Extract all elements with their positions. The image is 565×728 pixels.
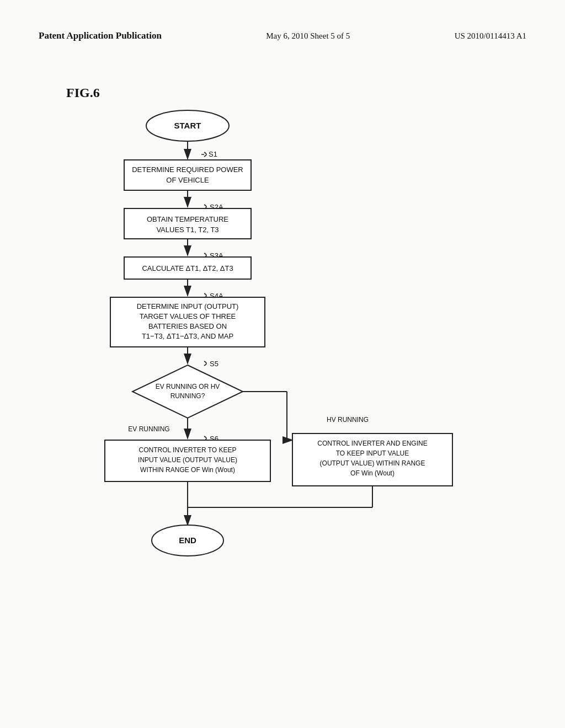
svg-text:TO KEEP INPUT VALUE: TO KEEP INPUT VALUE [336,449,409,457]
svg-text:TARGET VALUES OF THREE: TARGET VALUES OF THREE [140,312,236,320]
svg-text:CALCULATE ΔT1, ΔT2, ΔT3: CALCULATE ΔT1, ΔT2, ΔT3 [142,264,233,272]
svg-marker-26 [132,365,243,418]
svg-text:OBTAIN TEMPERATURE: OBTAIN TEMPERATURE [147,215,228,223]
publication-number: US 2010/0114413 A1 [455,31,526,41]
svg-text:START: START [174,121,201,130]
svg-text:VALUES T1, T2, T3: VALUES T1, T2, T3 [156,226,218,234]
figure-label: FIG.6 [66,85,100,100]
flowchart-svg: START S1 DETERMINE REQUIRED POWER OF VEH… [55,105,469,667]
publication-date-sheet: May 6, 2010 Sheet 5 of 5 [266,31,350,41]
svg-text:DETERMINE REQUIRED POWER: DETERMINE REQUIRED POWER [132,165,243,174]
svg-text:BATTERIES BASED ON: BATTERIES BASED ON [148,322,227,330]
svg-text:END: END [179,536,196,545]
svg-text:T1−T3, ΔT1−ΔT3, AND MAP: T1−T3, ΔT1−ΔT3, AND MAP [142,332,233,340]
svg-text:CONTROL INVERTER AND ENGINE: CONTROL INVERTER AND ENGINE [317,440,427,447]
svg-text:EV RUNNING: EV RUNNING [128,425,169,433]
svg-text:INPUT VALUE (OUTPUT VALUE): INPUT VALUE (OUTPUT VALUE) [138,456,237,464]
svg-text:OF Win (Wout): OF Win (Wout) [350,469,395,477]
svg-text:(OUTPUT VALUE) WITHIN RANGE: (OUTPUT VALUE) WITHIN RANGE [320,459,425,467]
svg-text:HV RUNNING: HV RUNNING [327,416,369,424]
svg-rect-5 [124,160,251,190]
svg-text:S5: S5 [210,360,218,368]
svg-text:RUNNING?: RUNNING? [170,392,205,400]
svg-rect-10 [124,208,251,239]
svg-text:S1: S1 [209,150,217,158]
svg-text:OF VEHICLE: OF VEHICLE [166,176,209,184]
page-header: Patent Application Publication May 6, 20… [0,0,565,52]
svg-text:CONTROL INVERTER TO KEEP: CONTROL INVERTER TO KEEP [139,446,237,454]
svg-text:WITHIN RANGE OF Win (Wout): WITHIN RANGE OF Win (Wout) [140,466,235,474]
publication-title: Patent Application Publication [39,30,162,41]
svg-text:EV RUNNING OR HV: EV RUNNING OR HV [156,383,220,390]
svg-text:DETERMINE INPUT (OUTPUT): DETERMINE INPUT (OUTPUT) [137,302,239,311]
flowchart-container: START S1 DETERMINE REQUIRED POWER OF VEH… [55,105,469,667]
